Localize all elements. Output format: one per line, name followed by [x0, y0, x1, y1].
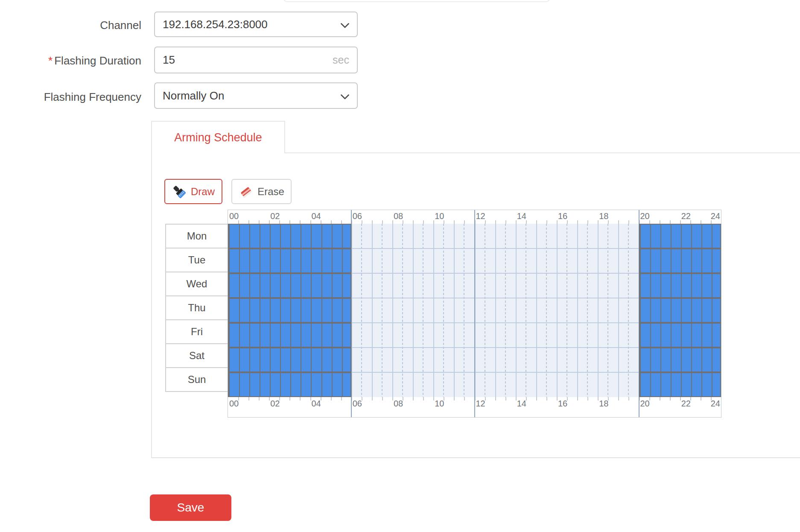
axis-tick [587, 220, 588, 224]
partial-element-top [283, 0, 550, 2]
axis-tick [577, 397, 578, 400]
axis-tick [516, 397, 517, 400]
axis-tick [608, 397, 609, 400]
save-button[interactable]: Save [150, 494, 231, 521]
eraser-icon [239, 184, 253, 199]
hour-label-24: 24 [711, 399, 720, 409]
armed-period-sun-0-6[interactable] [228, 372, 351, 397]
flashing-frequency-select[interactable]: Normally On [154, 82, 358, 109]
half-hour-dashed-line [546, 224, 547, 397]
armed-period-tue-20-24[interactable] [639, 248, 721, 273]
day-label-fri: Fri [165, 319, 228, 344]
flashing-duration-input[interactable]: 15 sec [154, 47, 358, 73]
hour-label-06: 06 [353, 211, 362, 221]
axis-tick [557, 220, 558, 224]
axis-tick [248, 220, 249, 224]
erase-button-label: Erase [257, 186, 284, 198]
hour-label-06: 06 [353, 399, 362, 409]
axis-tick [362, 220, 362, 224]
axis-tick [403, 220, 403, 224]
day-label-tue: Tue [165, 248, 228, 272]
hour-label-00: 00 [229, 399, 239, 409]
tab-arming-schedule-label: Arming Schedule [174, 131, 262, 144]
flashing-duration-label-text: Flashing Duration [54, 54, 141, 67]
axis-tick [248, 397, 249, 400]
half-hour-dashed-line [382, 224, 382, 397]
half-hour-dashed-line [587, 224, 588, 397]
hour-label-04: 04 [312, 399, 321, 409]
half-hour-dashed-line [423, 224, 423, 397]
axis-tick [392, 397, 393, 400]
day-label-sat: Sat [165, 343, 228, 368]
axis-tick [577, 220, 578, 224]
period-boundary-line [351, 397, 352, 417]
half-hour-dashed-line [526, 224, 526, 397]
axis-tick [362, 397, 362, 400]
armed-period-sat-0-6[interactable] [228, 348, 351, 372]
armed-period-fri-0-6[interactable] [228, 323, 351, 348]
period-boundary-line [351, 210, 352, 224]
panel-top-border [284, 152, 800, 153]
axis-tick [464, 220, 465, 224]
axis-tick [382, 397, 383, 400]
armed-period-sun-20-24[interactable] [639, 372, 721, 397]
half-hour-dashed-line [361, 224, 362, 397]
schedule-grid[interactable] [228, 224, 721, 397]
axis-tick [403, 397, 403, 400]
axis-tick [649, 397, 650, 400]
axis-tick [660, 397, 660, 400]
armed-period-wed-20-24[interactable] [639, 273, 721, 298]
axis-tick [310, 397, 311, 400]
axis-tick [238, 397, 239, 400]
armed-period-wed-0-6[interactable] [228, 273, 351, 298]
hour-label-02: 02 [270, 211, 280, 221]
channel-label: Channel [9, 19, 141, 32]
armed-period-thu-20-24[interactable] [639, 298, 721, 323]
axis-tick [680, 397, 681, 400]
half-hour-dashed-line [628, 224, 629, 397]
period-boundary-line [474, 224, 475, 397]
armed-period-mon-20-24[interactable] [639, 224, 721, 248]
hour-label-08: 08 [394, 211, 403, 221]
axis-tick [289, 220, 290, 224]
axis-tick [321, 220, 321, 224]
armed-period-sat-20-24[interactable] [639, 348, 721, 372]
draw-button-label: Draw [191, 186, 215, 198]
axis-tick [444, 220, 444, 224]
erase-button[interactable]: Erase [231, 179, 292, 204]
flashing-duration-value: 15 [163, 53, 329, 67]
page: Channel 192.168.254.23:8000 *Flashing Du… [0, 0, 800, 532]
axis-tick [505, 397, 506, 400]
hour-label-18: 18 [599, 399, 608, 409]
armed-period-thu-0-6[interactable] [228, 298, 351, 323]
axis-tick [238, 220, 239, 224]
axis-tick [598, 220, 599, 224]
axis-tick [423, 220, 424, 224]
armed-period-mon-0-6[interactable] [228, 224, 351, 248]
armed-period-tue-0-6[interactable] [228, 248, 351, 273]
half-hour-dashed-line [485, 224, 485, 397]
axis-tick [628, 220, 629, 224]
axis-tick [413, 220, 414, 224]
draw-button[interactable]: Draw [164, 179, 222, 204]
axis-tick [372, 220, 373, 224]
hour-label-14: 14 [517, 399, 526, 409]
flashing-frequency-label: Flashing Frequency [9, 91, 141, 104]
schedule-bottom-axis: 00020406081012141618202224 [228, 397, 721, 418]
day-label-wed: Wed [165, 272, 228, 296]
period-boundary-line [639, 210, 639, 224]
hour-label-14: 14 [517, 211, 526, 221]
axis-tick [618, 397, 619, 400]
axis-tick [454, 397, 455, 400]
axis-tick [701, 397, 701, 400]
axis-tick [567, 397, 568, 400]
axis-tick [618, 220, 619, 224]
channel-select[interactable]: 192.168.254.23:8000 [154, 12, 358, 37]
hour-label-16: 16 [558, 211, 567, 221]
hour-label-12: 12 [476, 211, 485, 221]
tab-arming-schedule[interactable]: Arming Schedule [151, 121, 285, 153]
axis-tick [516, 220, 517, 224]
chevron-down-icon [341, 18, 349, 31]
armed-period-fri-20-24[interactable] [639, 323, 721, 348]
schedule-top-axis: 00020406081012141618202224 [228, 210, 721, 224]
